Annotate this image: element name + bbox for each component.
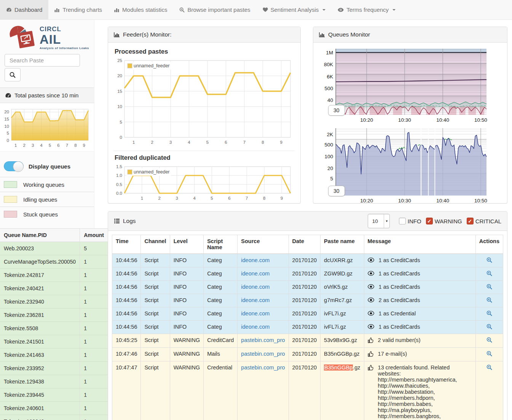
log-time: 10:45:25 [112,334,141,348]
svg-text:2: 2 [23,143,25,148]
filter-info[interactable]: INFO [399,218,421,224]
sidebar: CIRCL AIL Analysis of Information Leaks … [0,20,94,420]
paste-zoom-button[interactable] [486,325,492,331]
nav-item-browse-important-pastes[interactable]: Browse important pastes [173,0,256,19]
unchecked-checkbox[interactable] [399,218,406,224]
svg-text:500: 500 [324,142,333,148]
queue-name: Tokenize.239445 [0,388,80,402]
paste-zoom-button[interactable] [486,298,492,304]
queue-name: Tokenize.128640 [0,415,80,420]
paste-zoom-button[interactable] [486,271,492,277]
queues-chart-bottom: 10:2010:3010:4010:5015201005002K 30 [319,127,501,206]
log-message: 1 as CreditCards [379,324,420,330]
zoom-in-icon [486,284,492,290]
log-row: 10:47:47ScriptWARNINGCredentialpastebin.… [112,361,503,420]
log-source-link[interactable]: ideone.com [241,270,270,277]
log-script: Categ [204,267,238,281]
svg-text:2: 2 [158,196,161,200]
log-script: CreditCard [204,334,238,348]
queue-amount: 1 [80,362,108,375]
queue-name: Tokenize.233952 [0,362,80,375]
filter-label: CRITICAL [475,218,501,224]
log-level: WARNING [170,361,204,420]
display-queues-toggle[interactable] [4,161,24,171]
svg-text:10:50: 10:50 [474,198,487,204]
page-size-select[interactable]: 10 ▼ [368,214,390,228]
queue-amount: 1 [80,415,108,420]
svg-text:unnamed_feeder: unnamed_feeder [134,63,170,68]
total-pastes-chart: 05101520123456789 [0,103,94,152]
queue-name: Tokenize.241501 [0,335,80,348]
log-source-link[interactable]: pastebin.com_pro [241,364,285,371]
paste-zoom-button[interactable] [486,311,492,317]
nav-item-dashboard[interactable]: Dashboard [0,0,48,19]
log-script: Categ [204,321,238,334]
filter-critical[interactable]: ✓CRITICAL [467,218,501,224]
log-source-link[interactable]: pastebin.com_pro [241,351,285,357]
svg-text:unnamed_feeder: unnamed_feeder [134,169,170,175]
top-navbar: DashboardTrending chartsModules statisti… [0,0,512,20]
paste-zoom-button[interactable] [486,285,492,291]
queue-name: Tokenize.5508 [0,322,80,335]
caret-down-icon [322,9,325,11]
nav-item-terms-frequency[interactable]: Terms frequency [332,0,402,19]
svg-text:2K: 2K [327,132,333,137]
paste-zoom-button[interactable] [486,352,492,358]
log-message: 17 e-mail(s) [378,351,407,357]
svg-text:0: 0 [120,135,122,140]
svg-text:8: 8 [74,143,77,148]
filter-warning[interactable]: ✓WARNING [426,218,462,224]
log-message: 1 as CreditCards [379,270,420,277]
log-channel: Script [141,267,170,281]
nav-item-trending-charts[interactable]: Trending charts [48,0,108,19]
log-source-link[interactable]: pastebin.com_pro [241,337,285,343]
svg-text:5: 5 [330,176,333,181]
range-badge[interactable]: 30 [328,105,345,116]
svg-text:1: 1 [141,196,143,200]
svg-text:6K: 6K [327,74,333,80]
svg-text:20: 20 [117,73,122,78]
zoom-in-icon [486,310,492,316]
svg-text:10:30: 10:30 [398,198,411,204]
log-time: 10:44:56 [112,307,141,321]
search-paste-input[interactable] [5,54,80,67]
log-date: 20170120 [289,281,321,294]
log-source-link[interactable]: ideone.com [241,284,270,290]
svg-text:1: 1 [132,140,135,145]
queues-monitor-panel: Queues Monitor 10:2010:3010:4010:5034050… [313,27,507,204]
log-source-link[interactable]: ideone.com [241,297,270,303]
zoom-in-icon [486,270,492,276]
log-source-link[interactable]: ideone.com [241,310,270,317]
search-button[interactable] [5,68,21,81]
search-icon [10,72,16,78]
svg-text:6: 6 [228,196,230,200]
log-channel: Script [141,321,170,334]
legend-label: Stuck queues [23,211,58,218]
svg-text:2: 2 [151,140,153,145]
log-source-link[interactable]: ideone.com [241,257,270,263]
log-row: 10:44:56ScriptINFOCategideone.com2017012… [112,321,503,334]
paste-zoom-button[interactable] [486,258,492,264]
nav-item-sentiment-analysis[interactable]: Sentiment Analysis [257,0,332,19]
paste-zoom-button[interactable] [486,338,492,344]
svg-text:3: 3 [32,143,34,148]
log-time: 10:47:47 [112,361,141,420]
checked-checkbox[interactable]: ✓ [426,218,433,224]
log-row: 10:44:56ScriptINFOCategideone.com2017012… [112,307,503,321]
bar-chart-icon [319,32,325,37]
range-badge[interactable]: 30 [328,186,345,196]
svg-text:7: 7 [243,140,246,145]
paste-zoom-button[interactable] [486,365,492,371]
queue-amount: 1 [80,255,108,269]
checked-checkbox[interactable]: ✓ [467,218,474,224]
thumbs-up-icon [368,337,373,343]
circl-ail-logo-icon [8,25,38,50]
log-time: 10:44:56 [112,254,141,267]
nav-item-modules-statistics[interactable]: Modules statistics [108,0,173,19]
svg-text:3: 3 [175,196,178,200]
log-source-link[interactable]: ideone.com [241,324,270,330]
svg-text:6: 6 [225,140,227,145]
log-message: 1 as CreditCards [379,257,420,263]
logs-header-date: Date [289,235,321,254]
log-level: WARNING [170,334,204,348]
